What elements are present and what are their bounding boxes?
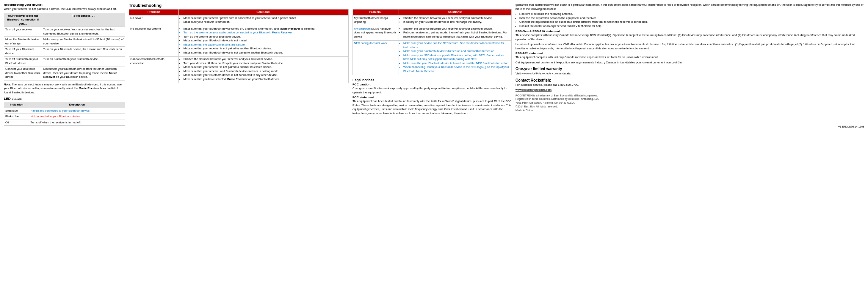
- rmid-solution-item: If battery on your Bluetooth device is l…: [403, 20, 510, 24]
- rmid-col1-header: Problem:: [353, 9, 398, 16]
- rss-gen-text: This device complies with Industry Canad…: [515, 33, 864, 41]
- footer-text: ROCKETFISH is a trademark of Best Buy an…: [515, 94, 864, 112]
- trouble-problem: No sound or low volume: [129, 26, 179, 57]
- footer-line: ROCKETFISH is a trademark of Best Buy an…: [515, 94, 864, 98]
- rmid-problem: NFC paring does not work: [353, 41, 398, 75]
- reconnecting-note: Note: The auto connect feature may not w…: [4, 83, 125, 95]
- led-description: Turns off when the receiver is turned of…: [29, 120, 125, 126]
- rmid-solution-item: Put your receiver into pairing mode, the…: [403, 31, 510, 39]
- trouble-solution-item: Make sure that your receiver is not pair…: [183, 65, 347, 69]
- reconnecting-title: Reconnecting your device:: [4, 3, 125, 6]
- legal-notices: Legal notices FCC caution: Changes or mo…: [353, 78, 512, 115]
- reconnect-cell: Turn off your Bluetooth device: [4, 47, 42, 57]
- led-description: Paired and connected to your Bluetooth d…: [29, 108, 125, 114]
- reconnect-cell: Turn on your Bluetooth device, then make…: [42, 47, 125, 57]
- trouble-col1-header: Problem:: [129, 9, 179, 16]
- fcc-statement-text: This equipment has been tested and found…: [353, 99, 512, 115]
- led-col1-header: Indication: [4, 102, 29, 108]
- rmid-solution-item: When connecting, touch your Bluetooth de…: [403, 65, 510, 73]
- led-indication: Solid blue: [4, 108, 29, 114]
- rss-gen-title: RSS-Gen & RSS-210 statement:: [515, 30, 864, 33]
- trouble-solution-item: Turn up the volume on your audio device …: [183, 31, 347, 35]
- trouble-solution-item: Make sure that your receiver power cord …: [183, 16, 347, 20]
- footer-line: Registered in some countries. Distribute…: [515, 97, 864, 101]
- legal-title: Legal notices: [353, 78, 512, 82]
- trouble-solution-item: Shorten the distance between your receiv…: [183, 57, 347, 62]
- continued-text: guarantee that interference will not occ…: [515, 3, 864, 11]
- reconnect-cell: Turn off your receiver: [4, 27, 42, 37]
- measure-item: Reorient or relocate the receiving anten…: [519, 12, 864, 16]
- trouble-problem: No power: [129, 15, 179, 26]
- reconnecting-desc: When your receiver is not paired to a de…: [4, 7, 125, 11]
- rmid-solutions: Make sure your device has the NFC featur…: [398, 41, 512, 75]
- measure-item: Increase the separation between the equi…: [519, 16, 864, 20]
- led-title: LED status: [4, 97, 125, 101]
- led-indication: Blinks blue: [4, 114, 29, 120]
- rmid-problem: My Bluetooth device keeps unpairing: [353, 15, 398, 26]
- trouble-solution-item: Make sure that your receiver and Bluetoo…: [183, 69, 347, 74]
- trouble-col2-header: Solutions:: [179, 9, 349, 16]
- reconnect-cell: Make sure your Bluetooth device is withi…: [42, 37, 125, 47]
- fcc-caution-text: Changes or modifications not expressly a…: [353, 87, 512, 95]
- col-left: Reconnecting your device: When your rece…: [4, 3, 125, 128]
- reconnect-cell: Disconnect your Bluetooth device from th…: [42, 66, 125, 80]
- fcc-caution-title: FCC caution:: [353, 83, 512, 86]
- reconnect-col1-header: Your receiver loses the Bluetooth connec…: [4, 13, 42, 27]
- page-wrapper: Reconnecting your device: When your rece…: [4, 3, 864, 128]
- trouble-solution-item: Make sure that your Bluetooth device is …: [183, 39, 347, 43]
- trouble-solution-item: Make sure that your Bluetooth device is …: [183, 73, 347, 77]
- note-label: Note: The auto connect feature may not w…: [4, 83, 122, 94]
- footer-line: ©2014 Best Buy. All rights reserved.: [515, 105, 864, 109]
- col-right: guarantee that interference will not occ…: [515, 3, 864, 128]
- reconnect-cell: Connect your Bluetooth device to another…: [4, 66, 42, 80]
- rss102-text: This equipment complies with Industry Ca…: [515, 55, 864, 60]
- reconnect-cell: Turn off Bluetooth on your Bluetooth dev…: [4, 57, 42, 66]
- trouble-problem: Cannot establish Bluetooth connection: [129, 57, 179, 83]
- rmid-solutions: Shorten the distance between your receiv…: [398, 26, 512, 41]
- warranty-text: Visit www.rocketfishproducts.com for det…: [515, 72, 864, 76]
- trouble-solution-item: Make sure your receiver is turned on.: [183, 20, 347, 24]
- measure-item: Connect the equipment into an outlet on …: [519, 20, 864, 24]
- rmid-solution-item: Make sure your Bluetooth device is turne…: [403, 49, 510, 54]
- rmid-solutions: Shorten the distance between your receiv…: [398, 15, 512, 26]
- col-right-mid: Problem: Solutions: My Bluetooth device …: [353, 3, 512, 128]
- contact-title: Contact Rocketfish:: [515, 78, 864, 82]
- rmid-solution-item: Make sure the your Bluetooth device is t…: [403, 62, 510, 66]
- rmid-problem: My Bluetooth Music Receiver does not app…: [353, 26, 398, 41]
- reconnecting-section: Reconnecting your device: When your rece…: [4, 3, 125, 126]
- reconnect-cell: Move the Bluetooth device out of range: [4, 37, 42, 47]
- trouble-solution-item: Make sure that you have selected Music R…: [183, 77, 347, 82]
- rmid-solution-item: Make sure your device has the NFC featur…: [403, 41, 510, 49]
- french-text: Le présent appareil est conforme aux CNR…: [515, 43, 864, 50]
- trouble-solution-item: Make sure that your receiver is not pair…: [183, 47, 347, 51]
- footer-line: Made in China: [515, 109, 864, 112]
- measures-list: Reorient or relocate the receiving anten…: [519, 12, 864, 28]
- troubleshooting-title: Troubleshooting: [129, 3, 349, 8]
- reconnect-col2-header: To reconnect . . .: [42, 13, 125, 27]
- rmid-solution-item: Shorten the distance between your receiv…: [403, 16, 510, 20]
- trouble-solutions: Make sure that your receiver power cord …: [179, 15, 349, 26]
- measure-item: Consult the dealer or an experienced rad…: [519, 24, 864, 28]
- rmid-col2-header: Solutions:: [398, 9, 512, 16]
- led-description: Not connected to your Bluetooth device.: [29, 114, 125, 120]
- reconnect-table: Your receiver loses the Bluetooth connec…: [4, 13, 125, 80]
- trouble-solutions: Make sure that your Bluetooth device tur…: [179, 26, 349, 57]
- right-main: guarantee that interference will not occ…: [515, 3, 864, 124]
- rss-gen-section: RSS-Gen & RSS-210 statement: This device…: [515, 30, 864, 65]
- reconnect-cell: Turn on your receiver. Your receiver sea…: [42, 27, 125, 37]
- trouble-table: Problem: Solutions: No powerMake sure th…: [129, 9, 349, 83]
- warranty-title: One-year limited warranty: [515, 67, 864, 71]
- trouble-solutions: Shorten the distance between your receiv…: [179, 57, 349, 83]
- rmid-table: Problem: Solutions: My Bluetooth device …: [353, 9, 512, 75]
- led-table: Indication Description Solid bluePaired …: [4, 102, 125, 126]
- version-text: V1 ENGLISH 14-1268: [515, 125, 864, 128]
- fcc-statement-title: FCC statement:: [353, 96, 512, 99]
- rmid-solution-item: Make sure your NFC device supports Bluet…: [403, 54, 510, 62]
- led-indication: Off: [4, 120, 29, 126]
- led-col2-header: Description: [29, 102, 125, 108]
- reconnect-cell: Turn on Bluetooth on your Bluetooth devi…: [42, 57, 125, 66]
- trouble-solution-item: Make sure that your Bluetooth device tur…: [183, 27, 347, 31]
- trouble-solution-item: Turn your devices off, then on. Re-pair …: [183, 62, 347, 66]
- rss102-title: RSS-102 statement:: [515, 52, 864, 55]
- col-middle: Troubleshooting Problem: Solutions: No p…: [129, 3, 349, 128]
